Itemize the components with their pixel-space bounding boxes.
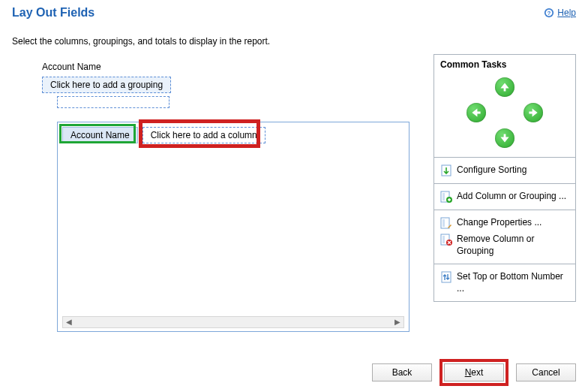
add-column-icon bbox=[440, 191, 452, 203]
move-left-button[interactable] bbox=[462, 100, 490, 125]
grouping-sub-placeholder[interactable] bbox=[57, 96, 170, 108]
scroll-left-icon[interactable]: ◀ bbox=[63, 317, 75, 327]
common-tasks-panel: Common Tasks Configure Sorting bbox=[434, 54, 576, 302]
instructions-text: Select the columns, groupings, and total… bbox=[0, 23, 588, 54]
add-column-link[interactable]: Add Column or Grouping ... bbox=[440, 188, 569, 205]
add-column-placeholder[interactable]: Click here to add a column bbox=[142, 127, 266, 143]
change-properties-label: Change Properties ... bbox=[457, 217, 542, 229]
sort-icon bbox=[440, 164, 452, 176]
report-canvas: Account Name Click here to add a column … bbox=[57, 122, 410, 332]
column-tile-account-name[interactable]: Account Name bbox=[62, 127, 138, 143]
help-icon: ? bbox=[544, 8, 554, 18]
help-link[interactable]: ? Help bbox=[544, 8, 576, 18]
scroll-right-icon[interactable]: ▶ bbox=[392, 317, 404, 327]
move-right-button[interactable] bbox=[519, 100, 548, 125]
set-top-bottom-label: Set Top or Bottom Number ... bbox=[457, 271, 569, 294]
svg-rect-7 bbox=[441, 218, 449, 228]
horizontal-scrollbar[interactable]: ◀ ▶ bbox=[62, 316, 404, 328]
add-column-label: Add Column or Grouping ... bbox=[457, 191, 566, 203]
remove-column-icon bbox=[440, 234, 452, 246]
add-grouping-placeholder[interactable]: Click here to add a grouping bbox=[42, 77, 171, 93]
svg-rect-10 bbox=[442, 236, 445, 243]
move-up-button[interactable] bbox=[490, 74, 519, 100]
cancel-button[interactable]: Cancel bbox=[516, 363, 576, 381]
set-top-bottom-link[interactable]: Set Top or Bottom Number ... bbox=[440, 269, 569, 297]
top-bottom-icon bbox=[440, 271, 452, 283]
change-properties-link[interactable]: Change Properties ... bbox=[440, 215, 569, 231]
remove-column-label: Remove Column or Grouping bbox=[457, 234, 569, 257]
remove-column-link[interactable]: Remove Column or Grouping bbox=[440, 231, 569, 259]
svg-rect-8 bbox=[442, 219, 445, 227]
move-down-button[interactable] bbox=[490, 125, 519, 151]
back-button[interactable]: Back bbox=[372, 363, 432, 381]
properties-icon bbox=[440, 217, 452, 229]
configure-sorting-link[interactable]: Configure Sorting bbox=[440, 162, 569, 179]
svg-text:?: ? bbox=[548, 10, 551, 17]
highlight-red-next: Next bbox=[440, 359, 508, 386]
configure-sorting-label: Configure Sorting bbox=[457, 164, 526, 176]
help-label: Help bbox=[557, 8, 576, 18]
svg-rect-5 bbox=[442, 193, 445, 201]
grouping-field-label: Account Name bbox=[42, 62, 422, 72]
svg-rect-12 bbox=[442, 272, 451, 282]
next-button[interactable]: Next bbox=[444, 363, 504, 381]
common-tasks-title: Common Tasks bbox=[434, 55, 575, 71]
page-title: Lay Out Fields bbox=[12, 6, 94, 20]
